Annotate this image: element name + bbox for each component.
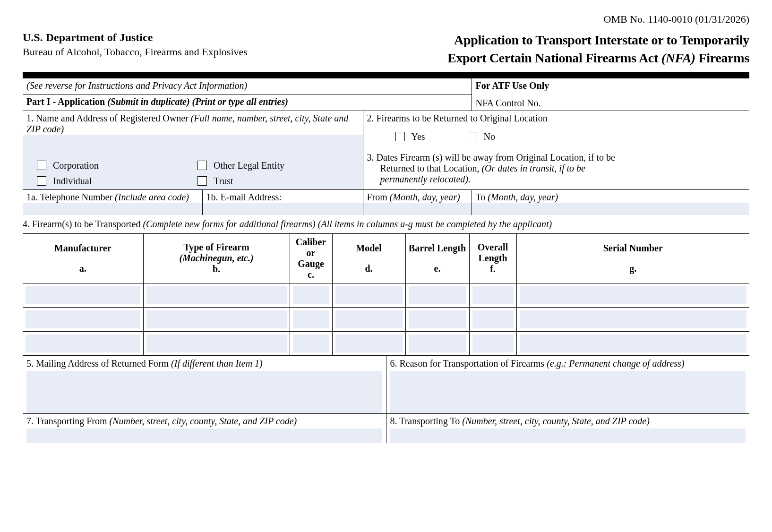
firearm-serial-input[interactable]	[520, 310, 747, 328]
q4-text: 4. Firearm(s) to be Transported	[23, 219, 143, 229]
from-text: From	[367, 192, 390, 202]
col-type: Type of Firearm(Machinegun, etc.)b.	[143, 233, 290, 283]
transporting-from-input[interactable]	[26, 429, 382, 443]
to-instr: (Month, day, year)	[488, 192, 558, 202]
q2-cell: 2. Firearms to be Returned to Original L…	[363, 111, 749, 150]
to-date-cell: To (Month, day, year)	[472, 189, 749, 215]
q3-cell: 3. Dates Firearm (s) will be away from O…	[363, 150, 749, 189]
q3-line3: permanently relocated).	[367, 174, 746, 185]
q3-line2b: (Or dates in transit, if to be	[481, 163, 585, 173]
from-date-input[interactable]	[363, 203, 472, 215]
firearms-table: Manufacturera. Type of Firearm(Machinegu…	[23, 233, 749, 356]
other-entity-label: Other Legal Entity	[214, 160, 284, 171]
table-header-row: Manufacturera. Type of Firearm(Machinegu…	[23, 233, 749, 283]
firearm-overall-input[interactable]	[472, 335, 514, 352]
atf-use-cell: For ATF Use Only NFA Control No.	[472, 78, 749, 111]
q6-cell: 6. Reason for Transportation of Firearms…	[386, 356, 749, 413]
from-date-cell: From (Month, day, year)	[363, 189, 472, 215]
firearm-barrel-input[interactable]	[409, 310, 466, 328]
q5-text: 5. Mailing Address of Returned Form	[26, 358, 171, 369]
divider-bar	[23, 72, 749, 78]
col-serial-number: Serial Numberg.	[516, 233, 749, 283]
checkbox-icon	[37, 161, 46, 170]
form-title-line1: Application to Transport Interstate or t…	[447, 31, 749, 49]
q5-instr: (If different than Item 1)	[171, 358, 263, 369]
checkbox-icon	[197, 176, 207, 186]
bureau: Bureau of Alcohol, Tobacco, Firearms and…	[23, 46, 248, 58]
part1-label: Part I - Application	[26, 96, 107, 107]
q7-cell: 7. Transporting From (Number, street, ci…	[23, 413, 386, 443]
q4-label: 4. Firearm(s) to be Transported (Complet…	[23, 215, 749, 232]
email-input[interactable]	[203, 203, 363, 215]
firearm-manufacturer-input[interactable]	[26, 335, 140, 352]
col-manufacturer: Manufacturera.	[23, 233, 143, 283]
telephone-input[interactable]	[23, 203, 202, 215]
header: U.S. Department of Justice Bureau of Alc…	[23, 31, 749, 67]
q1-label: 1. Name and Address of Registered Owner …	[23, 111, 363, 135]
owner-name-address-input[interactable]	[23, 135, 363, 157]
department: U.S. Department of Justice	[23, 31, 248, 44]
checkbox-other-entity[interactable]: Other Legal Entity	[197, 160, 284, 171]
q7-instr: (Number, street, city, county, State, an…	[110, 416, 297, 426]
q1a-cell: 1a. Telephone Number (Include area code)	[23, 189, 202, 215]
individual-label: Individual	[53, 176, 92, 187]
firearm-caliber-input[interactable]	[293, 310, 329, 328]
form-top-table: (See reverse for Instructions and Privac…	[23, 78, 749, 215]
checkbox-no[interactable]: No	[468, 131, 495, 142]
q7-text: 7. Transporting From	[26, 416, 110, 426]
col-model: Modeld.	[332, 233, 405, 283]
checkbox-corporation[interactable]: Corporation	[37, 160, 179, 171]
firearm-model-input[interactable]	[335, 335, 403, 352]
q1-text: 1. Name and Address of Registered Owner	[26, 113, 191, 123]
firearm-serial-input[interactable]	[520, 335, 747, 352]
to-date-input[interactable]	[472, 203, 750, 215]
firearm-barrel-input[interactable]	[409, 286, 466, 304]
checkbox-trust[interactable]: Trust	[197, 176, 284, 187]
q2-label: 2. Firearms to be Returned to Original L…	[367, 113, 746, 124]
firearm-type-input[interactable]	[146, 310, 287, 328]
firearm-caliber-input[interactable]	[293, 335, 329, 352]
to-label: To (Month, day, year)	[472, 190, 750, 203]
table-row	[23, 283, 749, 307]
firearm-type-input[interactable]	[146, 286, 287, 304]
firearm-barrel-input[interactable]	[409, 335, 466, 352]
firearm-overall-input[interactable]	[472, 310, 514, 328]
table-row	[23, 331, 749, 355]
firearm-serial-input[interactable]	[520, 286, 747, 304]
table-row	[23, 307, 749, 331]
firearm-overall-input[interactable]	[472, 286, 514, 304]
q4-instr: (Complete new forms for additional firea…	[143, 219, 552, 229]
q6-instr: (e.g.: Permanent change of address)	[547, 358, 684, 369]
agency-block: U.S. Department of Justice Bureau of Alc…	[23, 31, 248, 67]
col-barrel-length: Barrel Lengthe.	[405, 233, 469, 283]
reason-input[interactable]	[390, 371, 746, 413]
firearm-model-input[interactable]	[335, 310, 403, 328]
q8-text: 8. Transporting To	[390, 416, 463, 426]
to-text: To	[476, 192, 488, 202]
q3-line1: 3. Dates Firearm (s) will be away from O…	[367, 152, 746, 163]
no-label: No	[484, 131, 495, 142]
q1a-text: 1a. Telephone Number	[26, 192, 115, 202]
atf-use-only: For ATF Use Only	[476, 80, 746, 91]
firearm-caliber-input[interactable]	[293, 286, 329, 304]
see-reverse-cell: (See reverse for Instructions and Privac…	[23, 78, 472, 94]
transporting-to-input[interactable]	[390, 429, 746, 443]
q5-cell: 5. Mailing Address of Returned Form (If …	[23, 356, 386, 413]
checkbox-yes[interactable]: Yes	[395, 131, 425, 142]
from-label: From (Month, day, year)	[363, 190, 472, 203]
firearm-manufacturer-input[interactable]	[26, 310, 140, 328]
firearm-manufacturer-input[interactable]	[26, 286, 140, 304]
q1a-label: 1a. Telephone Number (Include area code)	[23, 190, 202, 203]
form-page: OMB No. 1140-0010 (01/31/2026) U.S. Depa…	[0, 0, 772, 532]
trust-label: Trust	[214, 176, 233, 187]
checkbox-icon	[37, 176, 46, 186]
checkbox-icon	[468, 132, 477, 141]
firearm-type-input[interactable]	[146, 335, 287, 352]
checkbox-individual[interactable]: Individual	[37, 176, 179, 187]
mailing-address-input[interactable]	[26, 371, 382, 413]
owner-type-checkboxes: Corporation Individual Other Legal Entit…	[23, 157, 363, 189]
checkbox-icon	[197, 161, 207, 170]
firearm-model-input[interactable]	[335, 286, 403, 304]
q6-text: 6. Reason for Transportation of Firearms	[390, 358, 547, 369]
q3-line2a: Returned to that Location,	[380, 163, 482, 173]
